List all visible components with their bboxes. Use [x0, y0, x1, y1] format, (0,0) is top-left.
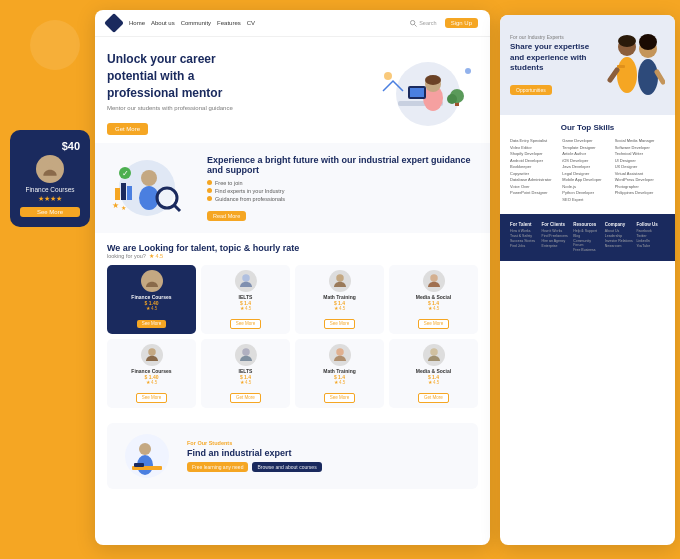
footer-col-item[interactable]: Find Jobs — [510, 244, 539, 248]
expert-label: For our Industry Experts — [510, 34, 599, 40]
card-see-more-button[interactable]: See More — [20, 207, 80, 217]
nav-cv[interactable]: CV — [247, 20, 255, 26]
find-browse-courses-button[interactable]: Browse and about courses — [252, 462, 321, 472]
card-avatar — [235, 270, 257, 292]
talent-card: Finance Courses $ 1.40 ★ 4.5 See More — [107, 265, 196, 334]
footer-col-title: For Clients — [542, 222, 571, 227]
card-avatar — [235, 344, 257, 366]
talent-card: Math Training $ 1.4 ★ 4.5 See More — [295, 339, 384, 408]
skills-column-2: Game Developer Template Designer Article… — [562, 138, 612, 202]
skill-item[interactable]: Copywriter — [510, 171, 560, 176]
bullet-dot — [207, 180, 212, 185]
footer-col-item[interactable]: Facebook — [636, 229, 665, 233]
footer-col-item[interactable]: Twitter — [636, 234, 665, 238]
footer-col-item[interactable]: LinkedIn — [636, 239, 665, 243]
svg-rect-23 — [121, 183, 126, 200]
talent-card-button[interactable]: Get More — [230, 393, 261, 403]
skill-item[interactable]: PowerPoint Designer — [510, 190, 560, 195]
skill-item[interactable]: Template Designer — [562, 145, 612, 150]
skill-item[interactable]: Voice Over — [510, 184, 560, 189]
talent-card-button[interactable]: See More — [324, 393, 356, 403]
find-expert-label: For Our Students — [187, 440, 468, 446]
skill-item[interactable]: Philippines Developer — [615, 190, 665, 195]
skill-item[interactable]: Mobile App Developer — [562, 177, 612, 182]
nav-search: Search — [410, 20, 436, 27]
nav-community[interactable]: Community — [181, 20, 211, 26]
footer-col-item[interactable]: Newsroom — [605, 244, 634, 248]
skill-item[interactable]: Photographer — [615, 184, 665, 189]
right-page: For our Industry Experts Share your expe… — [500, 15, 675, 545]
skill-item[interactable]: Social Media Manager — [615, 138, 665, 143]
skill-item[interactable]: Article Author — [562, 151, 612, 156]
svg-line-47 — [610, 70, 617, 80]
nav-about[interactable]: About us — [151, 20, 175, 26]
talent-card-button[interactable]: Get More — [418, 393, 449, 403]
talent-card-button[interactable]: See More — [324, 319, 356, 329]
skill-item[interactable]: Legal Designer — [562, 171, 612, 176]
footer-col-item[interactable]: About Us — [605, 229, 634, 233]
feature-item-2: Find experts in your Industry — [207, 188, 478, 194]
hero-illustration — [368, 56, 478, 131]
footer-col-title: Company — [605, 222, 634, 227]
nav-logo — [104, 13, 124, 33]
skill-item[interactable]: Data Entry Specialist — [510, 138, 560, 143]
hero-cta-button[interactable]: Get More — [107, 123, 148, 135]
footer-section: For Talent How it Works Trust & Safety S… — [500, 214, 675, 261]
svg-rect-24 — [127, 186, 132, 200]
feature-title: Experience a bright future with our indu… — [207, 155, 478, 175]
feature-cta-button[interactable]: Read More — [207, 211, 246, 221]
footer-col-item[interactable]: Community Forum — [573, 239, 602, 247]
skill-item[interactable]: Python Developer — [562, 190, 612, 195]
find-free-learning-button[interactable]: Free learning any need — [187, 462, 248, 472]
skill-item[interactable]: Android Developer — [510, 158, 560, 163]
svg-point-7 — [425, 75, 441, 85]
talent-card-button[interactable]: See More — [418, 319, 450, 329]
skill-item[interactable]: Technical Writer — [615, 151, 665, 156]
footer-col-item[interactable]: Free Business — [573, 248, 602, 252]
find-expert-text: For Our Students Find an industrial expe… — [187, 440, 468, 472]
skill-item[interactable]: UI Designer — [615, 158, 665, 163]
skill-item[interactable]: Shopify Developer — [510, 151, 560, 156]
nav-features[interactable]: Features — [217, 20, 241, 26]
footer-col-item[interactable]: How it Works — [542, 229, 571, 233]
nav-cta-button[interactable]: Sign Up — [445, 18, 478, 28]
footer-col-item[interactable]: Find Freelancers — [542, 234, 571, 238]
footer-col-item[interactable]: Blog — [573, 234, 602, 238]
footer-col-item[interactable]: Trust & Safety — [510, 234, 539, 238]
footer-col-item[interactable]: Help & Support — [573, 229, 602, 233]
footer-col-item[interactable]: YouTube — [636, 244, 665, 248]
skill-item[interactable]: Java Developer — [562, 164, 612, 169]
footer-col-item[interactable]: Investor Relations — [605, 239, 634, 243]
svg-point-16 — [141, 170, 157, 186]
skill-item[interactable]: UX Designer — [615, 164, 665, 169]
skill-item[interactable]: Software Developer — [615, 145, 665, 150]
skill-item[interactable]: Node.js — [562, 184, 612, 189]
footer-col-item[interactable]: Success Stories — [510, 239, 539, 243]
skill-item[interactable]: Game Developer — [562, 138, 612, 143]
footer-col-item[interactable]: Hire an Agency — [542, 239, 571, 243]
skill-item[interactable]: SEO Expert — [562, 197, 612, 202]
talent-card: Media & Social $ 1.4 ★ 4.5 Get More — [389, 339, 478, 408]
expert-cta-button[interactable]: Opportunities — [510, 85, 552, 95]
talent-card-button[interactable]: See More — [137, 320, 167, 328]
footer-col-item[interactable]: How it Works — [510, 229, 539, 233]
bullet-dot — [207, 196, 212, 201]
nav-home[interactable]: Home — [129, 20, 145, 26]
talent-header: We are Looking for talent, topic & hourl… — [107, 243, 478, 259]
skill-item[interactable]: WordPress Developer — [615, 177, 665, 182]
footer-col-item[interactable]: Enterprise — [542, 244, 571, 248]
footer-col-item[interactable]: Leadership — [605, 234, 634, 238]
svg-point-1 — [411, 20, 415, 24]
skill-item[interactable]: iOS Developer — [562, 158, 612, 163]
skill-item[interactable]: Virtual Assistant — [615, 171, 665, 176]
expert-illustration — [605, 25, 665, 105]
skill-item[interactable]: Video Editor — [510, 145, 560, 150]
find-expert-title: Find an industrial expert — [187, 448, 468, 458]
talent-section: We are Looking for talent, topic & hourl… — [95, 233, 490, 423]
skill-item[interactable]: Database Administrator — [510, 177, 560, 182]
feature-item-text: Guidance from professionals — [215, 196, 285, 202]
talent-card-button[interactable]: See More — [230, 319, 262, 329]
svg-rect-9 — [410, 88, 424, 97]
talent-card-button[interactable]: See More — [136, 393, 168, 403]
skill-item[interactable]: Bookkeeper — [510, 164, 560, 169]
